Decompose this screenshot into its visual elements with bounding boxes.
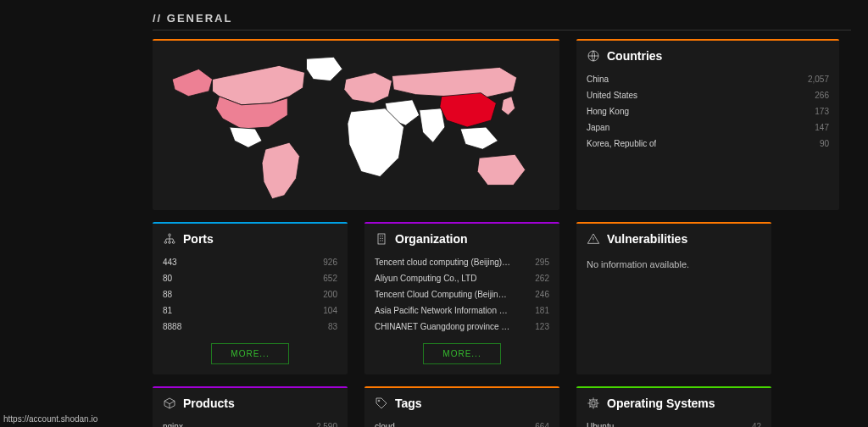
svg-point-4 [172, 241, 175, 244]
package-icon [163, 396, 176, 410]
countries-row[interactable]: United States266 [587, 87, 829, 103]
map-region-china [440, 93, 497, 127]
ports-card: Ports 443926806528820081104888883 MORE..… [153, 222, 348, 374]
section-divider [153, 30, 851, 30]
map-region-australia [477, 154, 525, 185]
list-item-value: 295 [535, 258, 549, 267]
organization-row[interactable]: Asia Pacific Network Information Cent...… [375, 302, 549, 319]
map-region-alaska [172, 69, 212, 96]
ports-row[interactable]: 888883 [163, 319, 337, 335]
ports-row[interactable]: 443926 [163, 254, 337, 270]
map-card [153, 39, 559, 210]
countries-list: China2,057United States266Hong Kong173Ja… [576, 69, 839, 162]
list-item-label: 81 [163, 306, 172, 315]
ports-row[interactable]: 80652 [163, 270, 337, 286]
list-item-label: Japan [587, 123, 609, 132]
warning-icon [587, 232, 600, 246]
tags-card: Tags cloud664eol-product402 [364, 386, 559, 427]
list-item-value: 147 [815, 123, 829, 132]
svg-rect-8 [592, 402, 595, 405]
ports-row[interactable]: 88200 [163, 286, 337, 302]
list-item-label: Korea, Republic of [587, 139, 656, 148]
map-region-europe [344, 72, 392, 103]
os-list: Ubuntu42Windows30 [587, 419, 761, 427]
ports-more-button[interactable]: MORE... [211, 343, 288, 364]
products-row[interactable]: nginx2,590 [163, 419, 337, 427]
svg-rect-7 [590, 400, 597, 407]
list-item-value: 2,590 [316, 422, 337, 427]
organization-row[interactable]: CHINANET Guangdong province network123 [375, 319, 549, 335]
countries-row[interactable]: Hong Kong173 [587, 103, 829, 119]
list-item-value: 123 [535, 322, 549, 331]
list-item-label: 88 [163, 290, 172, 299]
organization-row[interactable]: Tencent cloud computing (Beijing) Co...2… [375, 254, 549, 270]
svg-point-3 [169, 241, 171, 244]
section-heading: // GENERAL [153, 12, 851, 25]
countries-row[interactable]: China2,057 [587, 71, 829, 87]
countries-row[interactable]: Japan147 [587, 119, 829, 136]
vulnerabilities-card: Vulnerabilities No information available… [576, 222, 771, 374]
list-item-label: CHINANET Guangdong province network [375, 322, 511, 331]
svg-point-6 [378, 400, 380, 402]
map-region-greenland [306, 57, 342, 80]
list-item-value: 200 [323, 290, 337, 299]
list-item-label: Asia Pacific Network Information Cent... [375, 306, 511, 315]
ports-list: 443926806528820081104888883 [163, 254, 337, 335]
list-item-label: Tencent Cloud Computing (Beijing) Co... [375, 290, 511, 299]
products-card: Products nginx2,590Apache httpd230 [153, 386, 348, 427]
building-icon [375, 232, 388, 246]
list-item-label: 443 [163, 258, 177, 267]
os-title: Operating Systems [607, 396, 715, 410]
list-item-value: 42 [752, 422, 761, 427]
tag-icon [375, 396, 388, 410]
organization-list: Tencent cloud computing (Beijing) Co...2… [375, 254, 549, 335]
globe-icon [587, 49, 600, 63]
organization-title: Organization [395, 232, 468, 246]
list-item-label: Ubuntu [587, 422, 614, 427]
list-item-value: 246 [535, 290, 549, 299]
list-item-value: 83 [328, 322, 337, 331]
tags-title: Tags [395, 396, 422, 410]
list-item-value: 664 [535, 422, 549, 427]
os-row[interactable]: Ubuntu42 [587, 419, 761, 427]
tags-row[interactable]: cloud664 [375, 419, 549, 427]
world-map[interactable] [159, 47, 553, 203]
map-region-africa [348, 108, 404, 177]
network-icon [163, 232, 176, 246]
products-title: Products [183, 396, 235, 410]
svg-point-1 [169, 234, 171, 236]
ports-title: Ports [183, 232, 214, 246]
map-region-mexico [230, 127, 262, 147]
list-item-label: nginx [163, 422, 183, 427]
map-region-india [420, 108, 445, 142]
map-region-sea [460, 127, 498, 149]
map-region-japan [501, 97, 515, 115]
vulnerabilities-empty: No information available. [587, 254, 761, 278]
svg-rect-5 [378, 234, 385, 244]
list-item-label: cloud [375, 422, 395, 427]
map-region-russia [392, 67, 516, 97]
list-item-label: Aliyun Computing Co., LTD [375, 274, 476, 283]
list-item-value: 2,057 [808, 75, 829, 84]
list-item-value: 262 [535, 274, 549, 283]
list-item-label: 80 [163, 274, 172, 283]
ports-row[interactable]: 81104 [163, 302, 337, 319]
organization-more-button[interactable]: MORE... [423, 343, 500, 364]
os-card: Operating Systems Ubuntu42Windows30 [576, 386, 771, 427]
map-region-south-america [262, 142, 299, 199]
list-item-label: 8888 [163, 322, 181, 331]
tags-list: cloud664eol-product402 [375, 419, 549, 427]
countries-row[interactable]: Korea, Republic of90 [587, 136, 829, 152]
list-item-value: 652 [323, 274, 337, 283]
organization-row[interactable]: Tencent Cloud Computing (Beijing) Co...2… [375, 286, 549, 302]
cpu-icon [587, 396, 600, 410]
list-item-value: 266 [815, 91, 829, 100]
list-item-label: China [587, 75, 609, 84]
countries-title: Countries [607, 49, 662, 63]
list-item-value: 173 [815, 107, 829, 116]
list-item-label: United States [587, 91, 637, 100]
products-list: nginx2,590Apache httpd230 [163, 419, 337, 427]
organization-row[interactable]: Aliyun Computing Co., LTD262 [375, 270, 549, 286]
organization-card: Organization Tencent cloud computing (Be… [364, 222, 559, 374]
status-bar-url: https://account.shodan.io [3, 414, 97, 424]
